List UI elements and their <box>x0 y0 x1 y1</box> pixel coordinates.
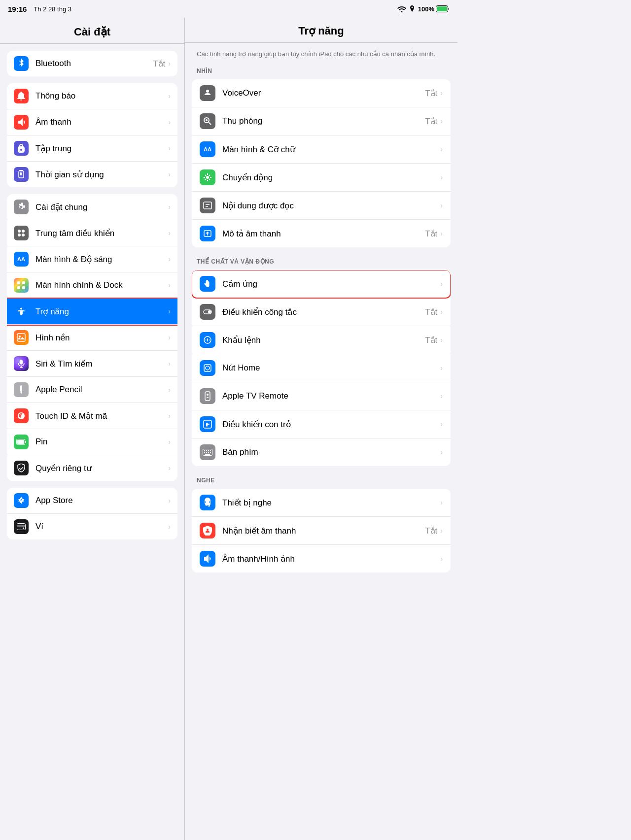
trung-tam-chevron: › <box>168 229 171 237</box>
thiet-bi-nghe-label: Thiết bị nghe <box>222 498 440 508</box>
dieu-khien-cong-tac-value: Tắt <box>425 307 437 317</box>
pin-chevron: › <box>168 438 171 446</box>
dieu-khien-cong-tac-icon <box>200 304 215 320</box>
svg-point-7 <box>18 234 21 236</box>
man-hinh-co-chu-chevron: › <box>440 145 443 153</box>
sidebar-item-pin[interactable]: Pin › <box>7 429 177 455</box>
sidebar-item-hinh-nen[interactable]: Hình nền › <box>7 325 177 351</box>
content-item-am-thanh-hinh-anh[interactable]: Âm thanh/Hình ảnh › <box>192 545 451 572</box>
sidebar-item-am-thanh[interactable]: Âm thanh › <box>7 109 177 135</box>
ban-phim-chevron: › <box>440 448 443 456</box>
content-description: Các tính năng trợ năng giúp bạn tùy chỉn… <box>185 43 457 64</box>
content-item-cam-ung[interactable]: Cảm ứng › <box>192 270 451 298</box>
mo-ta-am-thanh-icon <box>200 226 215 241</box>
hinh-nen-chevron: › <box>168 334 171 341</box>
chuyen-dong-label: Chuyển động <box>222 172 440 183</box>
man-hinh-chinh-icon <box>14 278 29 293</box>
sidebar-item-apple-pencil[interactable]: Apple Pencil › <box>7 377 177 403</box>
siri-chevron: › <box>168 360 171 368</box>
sidebar-item-tro-nang[interactable]: Trợ năng › <box>7 299 177 325</box>
quyen-rieng-tu-icon <box>14 461 29 475</box>
vi-icon <box>14 519 29 534</box>
noi-dung-doc-icon <box>200 198 215 213</box>
man-hinh-chinh-label: Màn hình chính & Dock <box>35 280 168 290</box>
svg-point-35 <box>208 310 211 313</box>
svg-point-25 <box>23 528 24 529</box>
bluetooth-value: Tắt <box>153 59 165 69</box>
content-item-dieu-khien-con-tro[interactable]: Điều khiển con trỏ › <box>192 410 451 438</box>
am-thanh-chevron: › <box>168 118 171 126</box>
content-item-dieu-khien-cong-tac[interactable]: Điều khiển công tắc Tắt › <box>192 298 451 326</box>
svg-rect-19 <box>20 385 22 392</box>
settings-group-general: Cài đặt chung › Trung tâm điều khiển › <box>7 194 177 481</box>
svg-rect-44 <box>204 450 205 451</box>
content-item-thu-phong[interactable]: Thu phóng Tắt › <box>192 107 451 135</box>
content-item-nhan-biet-am-thanh[interactable]: Nhận biết âm thanh Tắt › <box>192 517 451 545</box>
content-item-chuyen-dong[interactable]: Chuyển động › <box>192 164 451 192</box>
settings-group-notifications: Thông báo › Âm thanh › <box>7 83 177 187</box>
svg-point-13 <box>20 308 22 310</box>
sidebar-item-siri[interactable]: Siri & Tìm kiếm › <box>7 351 177 377</box>
sidebar-item-trung-tam[interactable]: Trung tâm điều khiển › <box>7 220 177 246</box>
tro-nang-chevron: › <box>168 307 171 315</box>
quyen-rieng-tu-label: Quyền riêng tư <box>35 463 168 473</box>
svg-rect-31 <box>204 202 211 209</box>
chuyen-dong-icon <box>200 169 215 185</box>
content-title: Trợ năng <box>185 18 457 43</box>
nut-home-label: Nút Home <box>222 363 440 373</box>
sidebar-item-cai-dat-chung[interactable]: Cài đặt chung › <box>7 194 177 220</box>
am-thanh-icon <box>14 115 29 130</box>
thu-phong-chevron: › <box>440 117 443 125</box>
touch-id-label: Touch ID & Mật mã <box>35 411 168 421</box>
tap-trung-label: Tập trung <box>35 143 168 154</box>
svg-rect-12 <box>22 286 25 289</box>
sidebar-item-thong-bao[interactable]: Thông báo › <box>7 83 177 109</box>
main-container: Cài đặt Bluetooth Tắt › <box>0 18 457 840</box>
svg-marker-20 <box>20 392 22 394</box>
sidebar-item-vi[interactable]: Ví › <box>7 514 177 539</box>
content-item-man-hinh-co-chu[interactable]: AA Màn hình & Cỡ chữ › <box>192 135 451 164</box>
content-item-khau-lenh[interactable]: Khẩu lệnh Tắt › <box>192 326 451 354</box>
battery-icon <box>436 5 450 12</box>
sidebar-item-tap-trung[interactable]: Tập trung › <box>7 135 177 162</box>
content-item-noi-dung-doc[interactable]: Nội dung được đọc › <box>192 192 451 220</box>
sidebar-item-thoi-gian[interactable]: Thời gian sử dụng › <box>7 162 177 187</box>
svg-point-8 <box>22 234 25 236</box>
battery-container: 100% <box>418 5 450 13</box>
bluetooth-label: Bluetooth <box>35 59 153 68</box>
touch-id-chevron: › <box>168 412 171 420</box>
svg-rect-41 <box>207 397 209 398</box>
content-item-thiet-bi-nghe[interactable]: Thiết bị nghe › <box>192 489 451 517</box>
trung-tam-icon <box>14 226 29 240</box>
svg-rect-22 <box>17 440 24 444</box>
bluetooth-chevron: › <box>168 60 171 67</box>
dieu-khien-con-tro-chevron: › <box>440 420 443 428</box>
section-nhin-title: NHÌN <box>185 64 457 77</box>
sidebar-item-man-hinh-do-sang[interactable]: AA Màn hình & Độ sáng › <box>7 246 177 272</box>
sidebar-item-app-store[interactable]: App Store › <box>7 488 177 514</box>
content-item-apple-tv-remote[interactable]: Apple TV Remote › <box>192 382 451 410</box>
apple-tv-remote-chevron: › <box>440 392 443 400</box>
content-item-mo-ta-am-thanh[interactable]: Mô tả âm thanh Tắt › <box>192 220 451 247</box>
content-item-voiceover[interactable]: VoiceOver Tắt › <box>192 79 451 107</box>
sidebar-item-touch-id[interactable]: Touch ID & Mật mã › <box>7 403 177 429</box>
thu-phong-icon <box>200 113 215 129</box>
sidebar-item-bluetooth[interactable]: Bluetooth Tắt › <box>7 51 177 76</box>
tap-trung-chevron: › <box>168 144 171 152</box>
apple-pencil-label: Apple Pencil <box>35 385 168 395</box>
tro-nang-icon <box>14 304 29 319</box>
cam-ung-icon <box>200 276 215 292</box>
am-thanh-label: Âm thanh <box>35 117 168 127</box>
content-group-the-chat: Cảm ứng › Điều khiển công tắc Tắt › <box>192 270 451 466</box>
sidebar-item-quyen-rieng-tu[interactable]: Quyền riêng tư › <box>7 455 177 481</box>
content-group-nghe: Thiết bị nghe › Nhận biết âm thanh Tắt › <box>192 489 451 572</box>
voiceover-chevron: › <box>440 89 443 97</box>
content-item-ban-phim[interactable]: Bàn phím › <box>192 438 451 466</box>
svg-rect-48 <box>204 452 205 453</box>
status-bar: 19:16 Th 2 28 thg 3 100% <box>0 0 457 18</box>
am-thanh-hinh-anh-icon <box>200 551 215 567</box>
svg-rect-4 <box>20 172 22 175</box>
thong-bao-icon <box>14 89 29 103</box>
content-item-nut-home[interactable]: Nút Home › <box>192 354 451 382</box>
sidebar-item-man-hinh-chinh[interactable]: Màn hình chính & Dock › <box>7 272 177 299</box>
